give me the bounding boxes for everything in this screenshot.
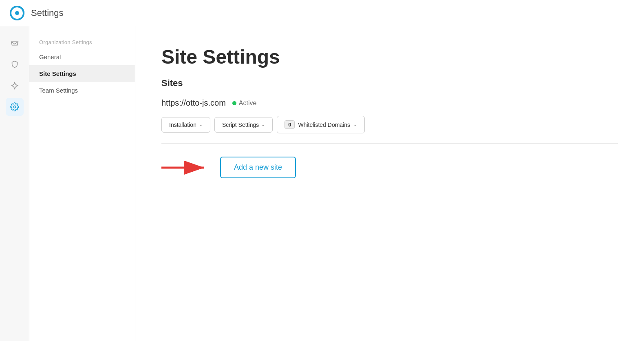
nav-item-team-settings[interactable]: Team Settings <box>29 82 135 99</box>
svg-point-2 <box>15 11 19 15</box>
domain-count: 0 <box>285 120 295 129</box>
status-dot <box>232 101 236 105</box>
divider <box>161 143 618 144</box>
sidebar-icon-sparkle[interactable] <box>6 77 24 95</box>
sidebar-icon-inbox[interactable] <box>6 34 24 52</box>
svg-point-3 <box>13 106 16 108</box>
sidebar-icon-shield[interactable] <box>6 55 24 73</box>
whitelisted-domains-button[interactable]: 0 Whitelisted Domains ⌄ <box>277 116 365 133</box>
content-area: Site Settings Sites https://otto-js.com … <box>135 26 644 341</box>
status-label: Active <box>239 100 257 107</box>
icon-sidebar <box>0 26 29 341</box>
settings-nav: Organization Settings General Site Setti… <box>29 26 135 341</box>
action-buttons: Installation ⌄ Script Settings ⌄ 0 White… <box>161 116 618 133</box>
header-title: Settings <box>31 8 64 18</box>
add-site-container: Add a new site <box>161 157 618 178</box>
arrow-indicator <box>161 159 210 176</box>
installation-button[interactable]: Installation ⌄ <box>161 117 210 133</box>
nav-item-site-settings[interactable]: Site Settings <box>29 65 135 82</box>
sidebar-icon-settings[interactable] <box>6 98 24 116</box>
site-row: https://otto-js.com Active <box>161 98 618 108</box>
script-settings-button[interactable]: Script Settings ⌄ <box>214 117 273 133</box>
top-header: Settings <box>0 0 644 26</box>
site-url: https://otto-js.com <box>161 98 226 108</box>
page-title: Site Settings <box>161 46 618 68</box>
logo-icon <box>10 6 24 20</box>
status-badge: Active <box>232 100 257 107</box>
chevron-down-icon: ⌄ <box>199 122 203 127</box>
chevron-down-icon: ⌄ <box>353 122 357 127</box>
section-title: Sites <box>161 78 618 89</box>
nav-section-label: Organization Settings <box>29 36 135 49</box>
main-layout: Organization Settings General Site Setti… <box>0 0 644 341</box>
chevron-down-icon: ⌄ <box>261 122 265 127</box>
nav-item-general[interactable]: General <box>29 49 135 65</box>
add-site-button[interactable]: Add a new site <box>220 157 296 178</box>
